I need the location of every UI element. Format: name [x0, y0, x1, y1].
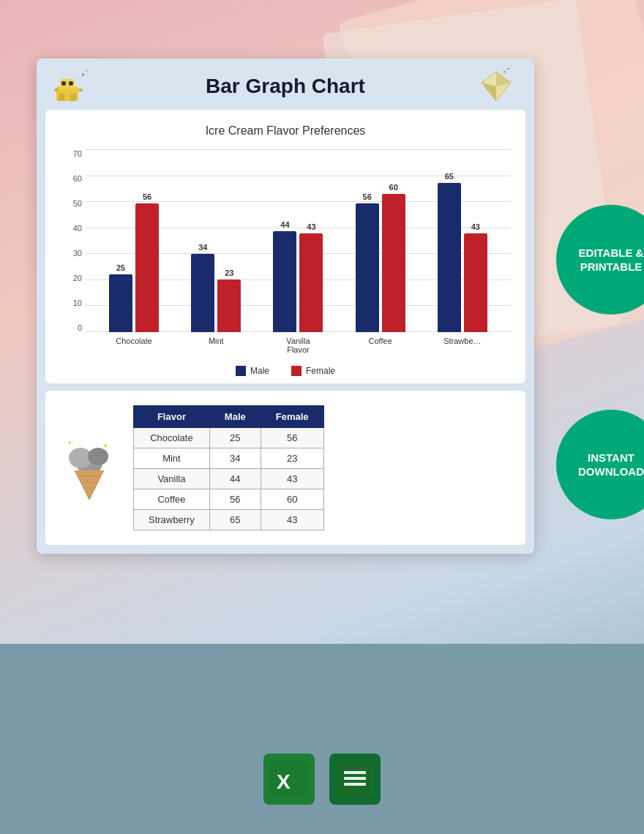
download-badge-text: INSTANTDOWNLOAD	[578, 451, 644, 479]
y-label-0: 0	[60, 323, 86, 332]
x-label-chocolate: Chocolate	[105, 337, 163, 354]
svg-text:✦: ✦	[67, 440, 72, 446]
table-cell-male: 25	[209, 428, 261, 448]
bar-value-female: 60	[389, 183, 398, 192]
legend-male-label: Male	[250, 366, 269, 376]
svg-text:X: X	[277, 770, 291, 793]
bars-container: 25 56 34 23 44 43	[86, 149, 511, 332]
table-cell-male: 44	[209, 469, 261, 489]
svg-point-3	[69, 81, 73, 86]
bar-wrapper-male: 44	[273, 220, 296, 332]
ice-cream-icon: ✦ ✦	[60, 430, 119, 506]
bar-male	[356, 203, 379, 332]
bar-female	[299, 233, 323, 332]
svg-rect-32	[344, 783, 366, 786]
svg-rect-31	[344, 777, 366, 780]
bar-value-female: 56	[143, 192, 151, 201]
x-labels: ChocolateMintVanillaFlavorCoffeeStrawbe…	[86, 337, 511, 354]
table-cell-flavor: Vanilla	[134, 469, 210, 489]
table-cell-male: 56	[209, 489, 261, 510]
table-cell-flavor: Chocolate	[134, 428, 210, 448]
bar-group-strawberry: 65 43	[438, 172, 487, 332]
svg-rect-7	[78, 89, 83, 91]
svg-point-2	[61, 81, 66, 86]
bar-group-chocolate: 25 56	[109, 192, 159, 332]
editable-badge-text: EDITABLE &PRINTABLE	[579, 246, 644, 274]
y-label-30: 30	[60, 249, 86, 258]
table-cell-male: 65	[209, 510, 261, 530]
y-axis: 70 60 50 40 30 20 10 0	[60, 149, 86, 354]
bar-value-female: 43	[307, 222, 315, 231]
table-cell-male: 34	[209, 448, 261, 469]
svg-rect-30	[344, 771, 366, 774]
bar-wrapper-male: 34	[191, 243, 214, 332]
header-icon-left: ✦ ✦	[53, 68, 97, 105]
table-cell-flavor: Coffee	[134, 489, 210, 510]
data-table: FlavorMaleFemaleChocolate2556Mint3423Van…	[133, 405, 324, 530]
main-card: ✦ ✦ Bar Graph Chart ✦ ✦ Icre Cream Flavo…	[37, 59, 534, 554]
legend-female-box	[291, 366, 302, 376]
svg-marker-19	[75, 470, 104, 500]
legend-male-box	[236, 366, 246, 376]
bar-male	[438, 183, 461, 332]
bar-male	[273, 231, 296, 332]
table-row: Coffee5660	[134, 489, 324, 510]
bar-female	[464, 233, 487, 332]
svg-text:✦: ✦	[102, 442, 108, 450]
excel-icon-1[interactable]: X	[263, 754, 315, 805]
svg-point-18	[88, 448, 108, 465]
svg-text:✦: ✦	[85, 69, 89, 73]
bar-value-male: 56	[363, 192, 372, 201]
bar-male	[191, 254, 214, 332]
table-row: Vanilla4443	[134, 469, 324, 489]
x-label-mint: Mint	[187, 337, 245, 354]
table-cell-female: 60	[261, 489, 323, 510]
table-header-flavor: Flavor	[134, 406, 210, 428]
bar-group-mint: 34 23	[191, 243, 241, 332]
x-label-coffee: Coffee	[351, 337, 410, 354]
legend-male: Male	[236, 366, 269, 376]
legend-female-label: Female	[306, 366, 335, 376]
bar-value-female: 23	[225, 268, 233, 277]
svg-rect-5	[70, 94, 76, 101]
bar-value-male: 44	[280, 220, 289, 229]
page-title: Bar Graph Chart	[206, 75, 365, 98]
bar-wrapper-female: 43	[299, 222, 323, 332]
table-header-male: Male	[209, 406, 261, 428]
bar-wrapper-male: 56	[356, 192, 379, 332]
bar-female	[382, 194, 405, 332]
header-icon-right: ✦ ✦	[474, 68, 518, 105]
x-label-vanilla: VanillaFlavor	[269, 337, 327, 354]
bar-female	[217, 279, 241, 332]
table-cell-female: 23	[261, 448, 323, 469]
table-cell-flavor: Strawberry	[134, 510, 210, 530]
table-cell-female: 43	[261, 469, 323, 489]
bar-value-male: 65	[445, 172, 454, 181]
chart-title: Icre Cream Flavor Preferences	[60, 124, 511, 138]
bg-paper-bottom	[0, 644, 644, 834]
bar-wrapper-male: 65	[438, 172, 461, 332]
y-label-70: 70	[60, 149, 86, 158]
table-cell-female: 56	[261, 428, 323, 448]
table-cell-flavor: Mint	[134, 448, 210, 469]
table-header-female: Female	[261, 406, 323, 428]
bar-wrapper-female: 60	[382, 183, 405, 332]
bar-wrapper-male: 25	[109, 263, 132, 332]
table-row: Strawberry6543	[134, 510, 324, 530]
bar-wrapper-female: 23	[217, 268, 241, 332]
table-cell-female: 43	[261, 510, 323, 530]
bar-group-vanilla: 44 43	[273, 220, 323, 332]
y-label-20: 20	[60, 274, 86, 282]
bar-male	[109, 274, 132, 332]
bar-wrapper-female: 56	[135, 192, 159, 332]
svg-rect-6	[54, 89, 59, 91]
chart-section: Icre Cream Flavor Preferences 70 60 50 4…	[45, 110, 525, 383]
bar-value-male: 25	[116, 263, 125, 272]
y-label-10: 10	[60, 298, 86, 307]
card-header: ✦ ✦ Bar Graph Chart ✦ ✦	[45, 67, 525, 110]
table-row: Mint3423	[134, 448, 324, 469]
chart-body: 25 56 34 23 44 43	[86, 149, 511, 354]
sheets-icon[interactable]	[329, 754, 381, 805]
y-label-40: 40	[60, 224, 86, 233]
chart-legend: Male Female	[60, 360, 511, 376]
